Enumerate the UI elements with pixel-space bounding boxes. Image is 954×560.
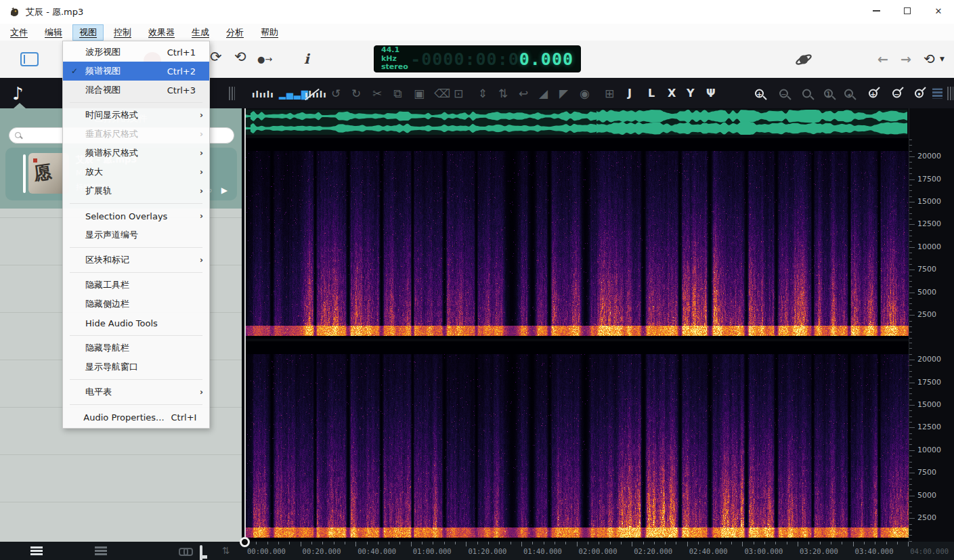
menu-item-time-display-format[interactable]: 时间显示格式 ›	[63, 106, 209, 125]
menubar-item-generate[interactable]: 生成	[185, 24, 216, 41]
paste-icon[interactable]: ▣	[414, 87, 425, 99]
track-levels-icon[interactable]	[932, 88, 942, 98]
menubar-item-effects[interactable]: 效果器	[142, 24, 181, 41]
info-icon[interactable]: i	[304, 51, 309, 67]
zoom-one-icon[interactable]: 1	[824, 89, 833, 98]
menu-item-blocks-and-markers[interactable]: 区块和标记 ›	[63, 251, 209, 270]
play-from-marker-icon[interactable]: ●→	[257, 54, 272, 64]
preview-icon[interactable]	[795, 51, 812, 68]
freq-tick	[909, 400, 912, 400]
mixed-view-icon[interactable]: ılıılı	[305, 87, 327, 99]
menu-item-audio-properties[interactable]: Audio Properties... Ctrl+I ›	[63, 408, 209, 427]
menubar-item-edit[interactable]: 编辑	[38, 24, 69, 41]
sidebar-toggle-button[interactable]	[20, 52, 39, 66]
split-y-icon[interactable]: Y	[687, 88, 695, 99]
menubar-item-control[interactable]: 控制	[107, 24, 138, 41]
vertical-zoom-out-icon[interactable]: −	[892, 89, 901, 98]
navigate-back-icon[interactable]: ←	[877, 51, 888, 66]
connect-l-curve-icon[interactable]: L	[648, 88, 655, 99]
frequency-ruler[interactable]: 2000017500150001250010000750050002500200…	[909, 108, 954, 542]
time-label: 03:20.000	[800, 547, 838, 555]
split-icon[interactable]: ⇅	[498, 87, 508, 99]
cut-icon[interactable]: ✂	[372, 87, 382, 99]
menubar-item-analyze[interactable]: 分析	[219, 24, 251, 41]
timeline-ruler[interactable]: 00:00.00000:20.00000:40.00001:00.00001:2…	[242, 542, 954, 560]
freq-tick	[909, 168, 912, 169]
freq-tick	[909, 230, 912, 231]
file-play-icon[interactable]: ▶	[221, 186, 227, 195]
duplicate-icon[interactable]: ⊞	[605, 87, 614, 99]
preview-panel-icon[interactable]	[200, 545, 202, 560]
close-button[interactable]: ✕	[923, 0, 954, 22]
freq-tick	[909, 338, 912, 339]
merge-y-icon[interactable]: Ψ	[706, 88, 716, 99]
menu-item-hide-sidebar[interactable]: 隐藏侧边栏 ›	[63, 295, 209, 314]
crossfade-icon[interactable]: X	[668, 88, 676, 99]
freq-tick	[909, 236, 912, 236]
menu-item-mixed-view[interactable]: 混合视图 Ctrl+3 ›	[63, 81, 209, 100]
waveform-overview[interactable]	[245, 110, 907, 135]
list-compact-icon[interactable]	[95, 546, 107, 555]
time-tick-minor	[367, 542, 368, 544]
menubar-item-file[interactable]: 文件	[3, 24, 35, 41]
menu-item-expand-track[interactable]: 扩展轨 ›	[63, 181, 209, 200]
menu-item-hide-toolbar[interactable]: 隐藏工具栏 ›	[63, 276, 209, 295]
grip-handle[interactable]	[229, 87, 235, 100]
menu-item-spectral-ruler-format[interactable]: 频谱标尺格式 ›	[63, 144, 209, 163]
playhead-line[interactable]	[244, 108, 246, 542]
loop-single-icon[interactable]: ⟲	[234, 50, 246, 64]
gain-icon[interactable]: ◉	[580, 87, 590, 99]
menu-item-vertical-ruler-format[interactable]: 垂直标尺格式 ›	[63, 125, 209, 144]
menubar-item-view[interactable]: 视图	[72, 24, 104, 41]
menu-item-level-meter[interactable]: 电平表 ›	[63, 383, 209, 402]
time-tick-minor	[544, 542, 544, 544]
zoom-in-icon[interactable]: +	[755, 89, 764, 98]
menubar-item-help[interactable]: 帮助	[254, 24, 285, 41]
fade-in-icon[interactable]: ◢	[539, 87, 548, 99]
sidebar-notch	[14, 103, 26, 108]
crop-icon[interactable]: ⊡	[454, 87, 463, 99]
menu-item-spectral-view[interactable]: ✓ 频谱视图 Ctrl+2 ›	[63, 62, 209, 81]
history-caret-icon[interactable]: ▼	[940, 56, 945, 62]
freq-tick	[909, 270, 915, 270]
delete-icon[interactable]: ⌫	[434, 87, 450, 99]
time-tick-minor	[422, 542, 422, 544]
vertical-zoom-in-icon[interactable]: +	[869, 89, 877, 98]
menu-item-hide-audio-tools[interactable]: Hide Audio Tools ›	[63, 314, 209, 332]
menu-item-show-nav-window[interactable]: 显示导航窗口 ›	[63, 358, 209, 376]
amplitude-icon[interactable]: ⇕	[478, 87, 487, 99]
freq-tick	[909, 241, 912, 242]
zoom-back-icon[interactable]: ◂	[844, 89, 853, 98]
menu-item-hide-navbar[interactable]: 隐藏导航栏 ›	[63, 339, 209, 358]
loop-icon[interactable]: ⟳	[210, 50, 222, 64]
history-icon[interactable]: ⟲	[924, 51, 935, 67]
maximize-button[interactable]	[892, 0, 923, 22]
freq-tick	[909, 286, 912, 287]
freq-tick	[909, 213, 912, 214]
time-tick-minor	[698, 542, 699, 544]
fade-out-icon[interactable]: ◤	[559, 87, 568, 99]
menu-item-zoom[interactable]: 放大 ›	[63, 163, 209, 181]
grip-handle[interactable]	[947, 87, 953, 100]
menu-item-show-channel-numbers[interactable]: 显示声道编号 ›	[63, 225, 209, 244]
copy-icon[interactable]: ⧉	[393, 87, 402, 99]
playhead-marker[interactable]	[240, 537, 250, 547]
zoom-selection-icon[interactable]	[802, 89, 811, 98]
undo-icon[interactable]: ↺	[331, 87, 341, 99]
connect-j-curve-icon[interactable]: J	[628, 88, 632, 99]
navigate-forward-icon[interactable]: →	[901, 51, 911, 66]
list-detailed-icon[interactable]	[30, 546, 43, 555]
minimize-button[interactable]	[861, 0, 892, 22]
zoom-out-icon[interactable]: −	[779, 89, 788, 98]
sort-icon[interactable]: ⇅	[222, 546, 230, 555]
spectrogram-left-channel[interactable]	[245, 138, 909, 339]
waveform-view-icon[interactable]: ılıılı	[252, 87, 274, 99]
freq-tick	[909, 518, 915, 519]
vertical-zoom-reset-icon[interactable]: •	[915, 89, 924, 98]
spectrogram-right-channel[interactable]	[245, 341, 909, 540]
menu-item-selection-overlays[interactable]: Selection Overlays ›	[63, 207, 209, 225]
reverse-icon[interactable]: ↩	[519, 87, 528, 99]
redo-icon[interactable]: ↻	[351, 87, 361, 99]
menu-item-waveform-view[interactable]: 波形视图 Ctrl+1 ›	[63, 43, 209, 62]
freq-tick	[909, 264, 912, 265]
